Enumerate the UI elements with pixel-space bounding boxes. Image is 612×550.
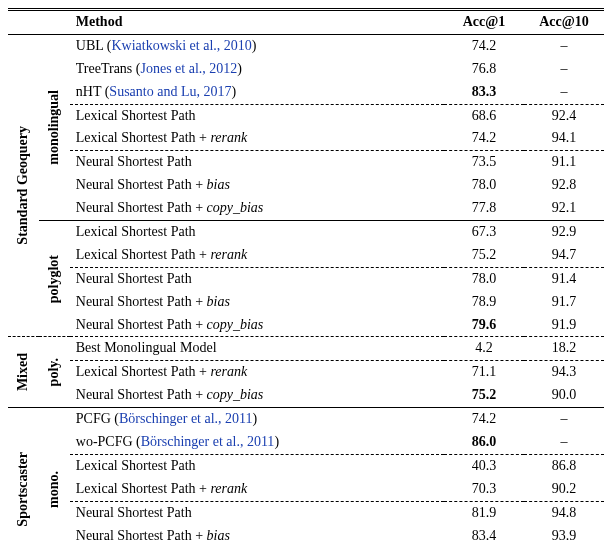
table-row: Lexical Shortest Path + rerank 74.2 94.1 <box>8 127 604 150</box>
method-cell: Lexical Shortest Path <box>70 221 444 244</box>
citation: Kwiatkowski et al., 2010 <box>111 38 251 53</box>
citation: Börschinger et al., 2011 <box>119 411 253 426</box>
method-cell: Lexical Shortest Path + rerank <box>70 478 444 501</box>
acc1-cell: 74.2 <box>444 34 524 57</box>
setting-label-mono: monolingual <box>45 90 64 165</box>
method-cell: Lexical Shortest Path + rerank <box>70 361 444 384</box>
table-row: Neural Shortest Path + bias 78.0 92.8 <box>8 174 604 197</box>
acc1-cell: 75.2 <box>444 384 524 407</box>
method-cell: Lexical Shortest Path + rerank <box>70 127 444 150</box>
dataset-label-sportscaster: Sportscaster <box>14 452 33 527</box>
table-row: Neural Shortest Path 78.0 91.4 <box>8 267 604 290</box>
acc1-cell: 70.3 <box>444 478 524 501</box>
citation: Jones et al., 2012 <box>140 61 237 76</box>
acc1-cell: 83.3 <box>444 81 524 104</box>
acc10-cell: 91.7 <box>524 291 604 314</box>
table-row: Neural Shortest Path 81.9 94.8 <box>8 501 604 524</box>
table-row: Lexical Shortest Path + rerank 71.1 94.3 <box>8 361 604 384</box>
table-row: Neural Shortest Path + bias 83.4 93.9 <box>8 525 604 548</box>
method-cell: Neural Shortest Path + bias <box>70 291 444 314</box>
method-cell: Best Monolingual Model <box>70 337 444 361</box>
table-row: nHT (Susanto and Lu, 2017) 83.3 – <box>8 81 604 104</box>
method-cell: UBL (Kwiatkowski et al., 2010) <box>70 34 444 57</box>
dataset-label-standard: Standard Geoquery <box>14 126 33 245</box>
col-acc10-header: Acc@10 <box>524 10 604 35</box>
acc1-cell: 78.0 <box>444 174 524 197</box>
method-cell: TreeTrans (Jones et al., 2012) <box>70 58 444 81</box>
acc10-cell: 94.1 <box>524 127 604 150</box>
method-cell: Lexical Shortest Path <box>70 104 444 127</box>
acc10-cell: 93.9 <box>524 525 604 548</box>
table-row: Neural Shortest Path + bias 78.9 91.7 <box>8 291 604 314</box>
acc1-cell: 78.0 <box>444 267 524 290</box>
acc10-cell: 86.8 <box>524 454 604 477</box>
table-row: Standard Geoquery monolingual UBL (Kwiat… <box>8 34 604 57</box>
method-cell: nHT (Susanto and Lu, 2017) <box>70 81 444 104</box>
acc10-cell: – <box>524 58 604 81</box>
acc10-cell: 91.4 <box>524 267 604 290</box>
table-row: Neural Shortest Path + copy_bias 79.6 91… <box>8 314 604 337</box>
table-row: Neural Shortest Path + copy_bias 75.2 90… <box>8 384 604 407</box>
acc1-cell: 86.0 <box>444 431 524 454</box>
method-cell: Lexical Shortest Path + rerank <box>70 244 444 267</box>
acc10-cell: 18.2 <box>524 337 604 361</box>
acc10-cell: 92.4 <box>524 104 604 127</box>
acc10-cell: 92.8 <box>524 174 604 197</box>
acc1-cell: 79.6 <box>444 314 524 337</box>
table-row: Sportscaster mono. PCFG (Börschinger et … <box>8 408 604 431</box>
acc1-cell: 74.2 <box>444 408 524 431</box>
table-row: Neural Shortest Path + copy_bias 77.8 92… <box>8 197 604 220</box>
acc10-cell: – <box>524 431 604 454</box>
method-cell: PCFG (Börschinger et al., 2011) <box>70 408 444 431</box>
acc1-cell: 68.6 <box>444 104 524 127</box>
acc10-cell: – <box>524 34 604 57</box>
acc10-cell: 90.0 <box>524 384 604 407</box>
citation: Susanto and Lu, 2017 <box>109 84 231 99</box>
acc10-cell: 94.3 <box>524 361 604 384</box>
col-acc1-header: Acc@1 <box>444 10 524 35</box>
method-cell: Neural Shortest Path + copy_bias <box>70 314 444 337</box>
method-cell: Neural Shortest Path + bias <box>70 174 444 197</box>
table-row: Mixed poly. Best Monolingual Model 4.2 1… <box>8 337 604 361</box>
acc10-cell: 94.8 <box>524 501 604 524</box>
acc10-cell: 94.7 <box>524 244 604 267</box>
table-row: Lexical Shortest Path + rerank 70.3 90.2 <box>8 478 604 501</box>
table-row: wo-PCFG (Börschinger et al., 2011) 86.0 … <box>8 431 604 454</box>
table-row: Lexical Shortest Path + rerank 75.2 94.7 <box>8 244 604 267</box>
acc10-cell: 90.2 <box>524 478 604 501</box>
acc1-cell: 81.9 <box>444 501 524 524</box>
method-cell: Neural Shortest Path <box>70 501 444 524</box>
method-cell: Neural Shortest Path + copy_bias <box>70 384 444 407</box>
acc10-cell: 92.9 <box>524 221 604 244</box>
acc1-cell: 4.2 <box>444 337 524 361</box>
acc10-cell: – <box>524 81 604 104</box>
method-cell: Neural Shortest Path <box>70 151 444 174</box>
citation: Börschinger et al., 2011 <box>141 434 275 449</box>
setting-label-poly: polyglot <box>45 255 64 303</box>
acc10-cell: 91.9 <box>524 314 604 337</box>
acc1-cell: 75.2 <box>444 244 524 267</box>
acc10-cell: 91.1 <box>524 151 604 174</box>
acc1-cell: 74.2 <box>444 127 524 150</box>
setting-label-poly-short: poly. <box>45 358 64 386</box>
setting-label-mono-short: mono. <box>45 471 64 508</box>
table-row: Neural Shortest Path 73.5 91.1 <box>8 151 604 174</box>
table-row: Lexical Shortest Path 68.6 92.4 <box>8 104 604 127</box>
method-cell: wo-PCFG (Börschinger et al., 2011) <box>70 431 444 454</box>
table-row: Lexical Shortest Path 40.3 86.8 <box>8 454 604 477</box>
results-table: Method Acc@1 Acc@10 Standard Geoquery mo… <box>8 8 604 550</box>
acc1-cell: 73.5 <box>444 151 524 174</box>
acc10-cell: 92.1 <box>524 197 604 220</box>
dataset-label-mixed: Mixed <box>14 353 33 391</box>
method-cell: Neural Shortest Path <box>70 267 444 290</box>
table-row: TreeTrans (Jones et al., 2012) 76.8 – <box>8 58 604 81</box>
method-cell: Neural Shortest Path + bias <box>70 525 444 548</box>
acc1-cell: 76.8 <box>444 58 524 81</box>
col-method-header: Method <box>70 10 444 35</box>
method-cell: Lexical Shortest Path <box>70 454 444 477</box>
acc1-cell: 83.4 <box>444 525 524 548</box>
table-row: polyglot Lexical Shortest Path 67.3 92.9 <box>8 221 604 244</box>
acc1-cell: 78.9 <box>444 291 524 314</box>
acc1-cell: 77.8 <box>444 197 524 220</box>
acc1-cell: 40.3 <box>444 454 524 477</box>
